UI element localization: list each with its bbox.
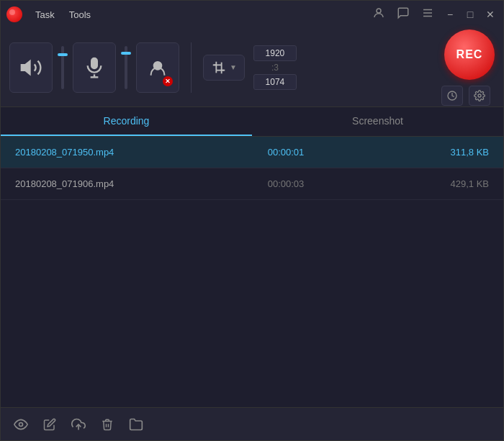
menu-bar: Task Tools [30,6,369,23]
chat-icon[interactable] [394,5,413,24]
svg-point-0 [377,9,381,13]
rec-button[interactable]: REC [444,29,495,80]
crop-button[interactable]: ▼ [203,55,245,81]
mic-slider-thumb[interactable] [121,52,131,55]
menu-task[interactable]: Task [30,6,60,23]
tabs: Recording Screenshot [1,107,503,137]
upload-button[interactable] [68,414,89,435]
file-row[interactable]: 20180208_071950.mp4 00:00:01 311,8 KB [1,137,503,168]
app-logo [6,6,22,22]
rec-label: REC [456,48,483,61]
svg-point-15 [19,422,23,426]
titlebar: Task Tools − □ ✕ [1,1,503,28]
folder-button[interactable] [126,414,146,435]
height-input[interactable] [253,74,297,90]
extra-icons-row [441,86,490,106]
microphone-button[interactable] [73,42,116,93]
bottom-toolbar [1,407,503,440]
separator-1 [191,42,192,93]
settings-icon-button[interactable] [469,86,490,106]
crop-dropdown-arrow: ▼ [230,63,237,71]
webcam-disabled-badge: ✕ [163,76,173,86]
mic-slider[interactable] [125,42,127,93]
schedule-icon-button[interactable] [441,86,463,106]
audio-slider[interactable] [61,42,64,93]
file-duration: 00:00:01 [218,147,354,158]
delete-button[interactable] [97,414,117,435]
file-duration: 00:00:03 [218,178,354,189]
tab-screenshot[interactable]: Screenshot [252,107,503,136]
aspect-ratio-link: :3 [253,64,297,71]
close-button[interactable]: ✕ [483,7,498,22]
file-row[interactable]: 20180208_071906.mp4 00:00:03 429,1 KB [1,168,503,200]
file-size: 311,8 KB [354,147,489,158]
toolbar: ✕ ▼ :3 REC [1,28,503,107]
audio-slider-thumb[interactable] [58,53,68,56]
maximize-button[interactable]: □ [463,7,477,22]
audio-button[interactable] [9,42,53,93]
mic-slider-track [125,46,127,89]
svg-point-14 [478,94,481,97]
webcam-button[interactable]: ✕ [136,42,179,93]
file-size: 429,1 KB [354,178,489,189]
file-name: 20180208_071906.mp4 [15,178,218,189]
file-list: 20180208_071950.mp4 00:00:01 311,8 KB 20… [1,137,503,407]
svg-marker-4 [22,60,30,74]
menu-tools[interactable]: Tools [63,6,96,23]
titlebar-actions: − □ ✕ [369,5,498,24]
file-name: 20180208_071950.mp4 [15,147,218,158]
user-icon[interactable] [369,5,388,24]
width-input[interactable] [253,45,297,61]
preview-button[interactable] [11,414,31,435]
edit-button[interactable] [40,414,60,435]
audio-slider-track [61,46,64,89]
tab-recording[interactable]: Recording [1,107,252,136]
menu-icon[interactable] [418,5,437,24]
app-window: Task Tools − □ ✕ [0,0,504,441]
minimize-button[interactable]: − [443,7,457,22]
dimension-group: :3 [253,45,297,90]
rec-area: REC [437,29,495,106]
svg-rect-5 [91,58,97,68]
